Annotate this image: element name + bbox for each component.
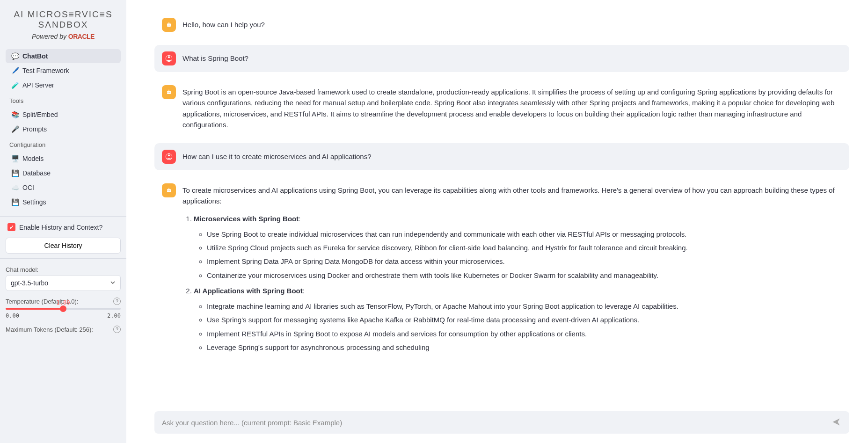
- monitor-icon: 🖥️: [11, 155, 19, 162]
- sidebar-item-prompts[interactable]: 🎤 Prompts: [6, 122, 121, 136]
- checkbox-checked-icon[interactable]: ✓: [7, 223, 15, 231]
- svg-rect-15: [168, 188, 169, 189]
- enable-history-row[interactable]: ✓ Enable History and Context?: [6, 221, 121, 233]
- chevron-down-icon: [110, 279, 116, 287]
- sidebar-item-label: API Server: [22, 81, 54, 89]
- sidebar-item-database[interactable]: 💾 Database: [6, 166, 121, 180]
- chat-history[interactable]: Hello, how can I help you? What is Sprin…: [154, 0, 849, 411]
- temperature-slider[interactable]: 1.00: [6, 308, 121, 310]
- sidebar-item-split-embed[interactable]: 📚 Split/Embed: [6, 108, 121, 122]
- sidebar-item-api-server[interactable]: 🧪 API Server: [6, 78, 121, 92]
- message-ordered-list: Microservices with Spring Boot: Use Spri…: [182, 213, 842, 353]
- nav-main: 💬 ChatBot 🖊️ Test Framework 🧪 API Server: [6, 49, 121, 93]
- assistant-avatar-icon: [162, 183, 176, 197]
- sidebar-item-label: OCI: [22, 184, 34, 191]
- svg-point-8: [169, 92, 170, 93]
- slider-track: [6, 308, 121, 310]
- svg-point-4: [168, 56, 170, 58]
- disk-icon: 💾: [11, 169, 19, 177]
- nav-heading-tools: Tools: [6, 94, 121, 107]
- send-icon: [832, 417, 841, 427]
- clear-history-button[interactable]: Clear History: [6, 238, 121, 254]
- list-item: Integrate machine learning and AI librar…: [207, 301, 842, 312]
- list-item: Microservices with Spring Boot: Use Spri…: [194, 213, 842, 281]
- sidebar-item-test-framework[interactable]: 🖊️ Test Framework: [6, 64, 121, 78]
- user-avatar-icon: [162, 51, 176, 65]
- svg-point-1: [168, 25, 168, 26]
- chat-input-bar: [154, 411, 849, 434]
- svg-rect-9: [168, 90, 169, 91]
- chat-model-label: Chat model:: [6, 266, 38, 273]
- svg-point-2: [169, 25, 170, 26]
- list-item: Use Spring Boot to create individual mic…: [207, 229, 842, 240]
- assistant-message: Spring Boot is an open-source Java-based…: [154, 79, 849, 137]
- list-item: Use Spring's support for messaging syste…: [207, 314, 842, 325]
- list-heading: Microservices with Spring Boot: [194, 215, 299, 223]
- user-avatar-icon: [162, 150, 176, 164]
- svg-point-13: [168, 190, 168, 191]
- temperature-max: 2.00: [107, 312, 121, 319]
- pen-icon: 🖊️: [11, 67, 19, 74]
- temperature-range: 0.00 2.00: [6, 312, 121, 319]
- enable-history-label: Enable History and Context?: [19, 224, 102, 231]
- message-body: To create microservices and AI applicati…: [182, 183, 842, 357]
- chat-input[interactable]: [162, 419, 829, 427]
- nav-heading-config: Configuration: [6, 138, 121, 151]
- message-text: What is Spring Boot?: [182, 51, 842, 65]
- sidebar-item-settings[interactable]: 💾 Settings: [6, 195, 121, 209]
- assistant-avatar-icon: [162, 85, 176, 99]
- logo-line2: SΛNDBOX: [6, 20, 121, 30]
- nav-config: 🖥️ Models 💾 Database ☁️ OCI 💾 Settings: [6, 151, 121, 210]
- chat-model-select[interactable]: gpt-3.5-turbo: [6, 275, 121, 291]
- svg-point-10: [168, 154, 170, 156]
- list-item: Leverage Spring's support for asynchrono…: [207, 342, 842, 353]
- message-text: How can I use it to create microservices…: [182, 150, 842, 164]
- message-text: Hello, how can I help you?: [182, 18, 842, 32]
- max-tokens-label-row: Maximum Tokens (Default: 256): ?: [6, 326, 121, 333]
- message-bullet-list: Use Spring Boot to create individual mic…: [194, 229, 842, 281]
- chat-model-label-row: Chat model:: [6, 266, 121, 273]
- books-icon: 📚: [11, 111, 19, 118]
- chat-model-value: gpt-3.5-turbo: [11, 279, 48, 287]
- message-bullet-list: Integrate machine learning and AI librar…: [194, 301, 842, 353]
- slider-thumb[interactable]: [60, 305, 66, 312]
- temperature-min: 0.00: [6, 312, 19, 319]
- list-item: AI Applications with Spring Boot: Integr…: [194, 285, 842, 353]
- list-item: Containerize your microservices using Do…: [207, 270, 842, 281]
- help-icon[interactable]: ?: [113, 298, 121, 305]
- send-button[interactable]: [829, 414, 844, 431]
- sidebar-item-label: ChatBot: [22, 52, 48, 60]
- sidebar-item-label: Database: [22, 169, 51, 177]
- main-panel: Hello, how can I help you? What is Sprin…: [126, 0, 868, 443]
- svg-point-7: [168, 92, 168, 93]
- powered-by: Powered by ORACLE: [6, 33, 121, 40]
- svg-point-14: [169, 190, 170, 191]
- user-message: What is Spring Boot?: [154, 45, 849, 72]
- sidebar-item-chatbot[interactable]: 💬 ChatBot: [6, 49, 121, 63]
- sidebar-item-label: Settings: [22, 198, 46, 206]
- message-intro: To create microservices and AI applicati…: [182, 186, 835, 205]
- list-item: Utilize Spring Cloud projects such as Eu…: [207, 242, 842, 253]
- list-item: Implement RESTful APIs in Spring Boot to…: [207, 328, 842, 339]
- save-icon: 💾: [11, 198, 19, 206]
- divider: [0, 258, 126, 259]
- sidebar-item-label: Prompts: [22, 125, 47, 133]
- assistant-message: To create microservices and AI applicati…: [154, 177, 849, 364]
- svg-rect-3: [168, 22, 169, 24]
- logo-line1: AI MICROS≡RVIC≡S: [6, 9, 121, 20]
- sidebar: AI MICROS≡RVIC≡S SΛNDBOX Powered by ORAC…: [0, 0, 126, 443]
- assistant-avatar-icon: [162, 18, 176, 32]
- sidebar-item-label: Test Framework: [22, 67, 69, 74]
- max-tokens-label: Maximum Tokens (Default: 256):: [6, 326, 93, 333]
- assistant-message: Hello, how can I help you?: [154, 11, 849, 38]
- sidebar-item-oci[interactable]: ☁️ OCI: [6, 181, 121, 195]
- list-item: Implement Spring Data JPA or Spring Data…: [207, 256, 842, 267]
- temperature-value: 1.00: [57, 299, 70, 306]
- nav-tools: 📚 Split/Embed 🎤 Prompts: [6, 107, 121, 137]
- flask-icon: 🧪: [11, 81, 19, 89]
- message-text: Spring Boot is an open-source Java-based…: [182, 85, 842, 130]
- slider-fill: [6, 308, 63, 310]
- help-icon[interactable]: ?: [113, 326, 121, 333]
- sidebar-item-label: Models: [22, 155, 44, 162]
- sidebar-item-models[interactable]: 🖥️ Models: [6, 152, 121, 166]
